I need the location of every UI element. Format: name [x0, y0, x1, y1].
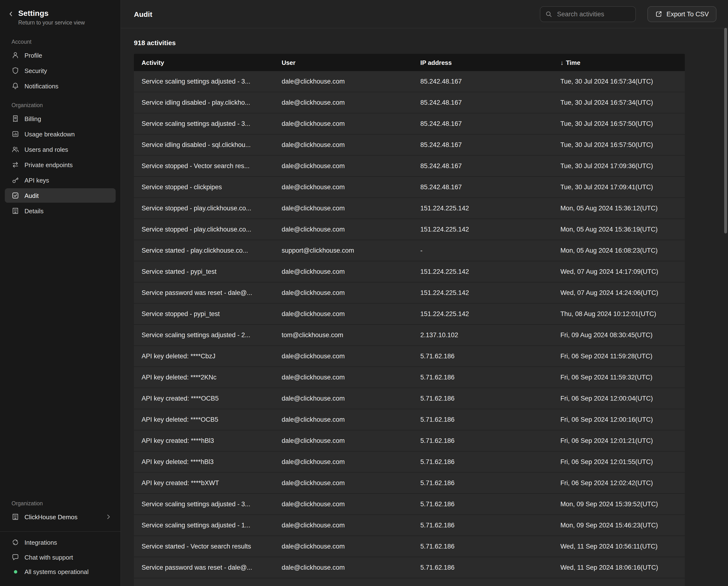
cell-activity: API key created: ****bXWT — [134, 479, 274, 487]
sidebar-header: Settings Return to your service view — [0, 0, 121, 30]
table-row[interactable]: Service stopped - pypi_test dale@clickho… — [134, 303, 685, 325]
table-row[interactable]: Service started - Vector search results … — [134, 536, 685, 557]
table-row[interactable]: API key deleted: ****CbzJ dale@clickhous… — [134, 346, 685, 367]
cell-time: Thu, 08 Aug 2024 10:12:01(UTC) — [553, 310, 685, 317]
sidebar-item-chat-support[interactable]: Chat with support — [5, 550, 116, 564]
table-row[interactable]: Service idling disabled - sql.clickhou..… — [134, 135, 685, 156]
cell-time: Tue, 30 Jul 2024 16:57:50(UTC) — [553, 141, 685, 148]
cell-activity: API key deleted: ****hBl3 — [134, 458, 274, 465]
cell-user: dale@clickhouse.com — [274, 141, 413, 148]
page-title: Audit — [134, 10, 152, 18]
table-row[interactable]: Service scaling settings adjusted - 1...… — [134, 515, 685, 536]
export-csv-button[interactable]: Export To CSV — [647, 6, 717, 22]
cell-user: dale@clickhouse.com — [274, 374, 413, 381]
table-row[interactable]: Service stopped - play.clickhouse.co... … — [134, 198, 685, 219]
cell-user: dale@clickhouse.com — [274, 416, 413, 423]
sidebar-item-label: Private endpoints — [24, 161, 73, 168]
sidebar-item-usage-breakdown[interactable]: Usage breakdown — [5, 127, 116, 141]
table-row[interactable]: Service stopped - clickpipes dale@clickh… — [134, 177, 685, 198]
section-label-organization-footer: Organization — [0, 492, 121, 509]
organization-switcher[interactable]: ClickHouse Demos — [5, 510, 116, 524]
table-row[interactable]: Service scaling settings adjusted - 2...… — [134, 325, 685, 346]
table-row[interactable]: Service started - pypi_test dale@clickho… — [134, 261, 685, 283]
cell-ip-address: 5.71.62.186 — [413, 374, 553, 381]
sidebar-item-details[interactable]: Details — [5, 204, 116, 218]
column-header-ip[interactable]: IP address — [413, 59, 553, 66]
settings-title: Settings — [18, 9, 85, 18]
chevron-right-icon — [105, 513, 112, 520]
scrollbar-thumb[interactable] — [724, 28, 727, 234]
table-row[interactable]: Service scaling settings adjusted - 3...… — [134, 494, 685, 515]
table-row[interactable]: Service started - play.clickhouse.co... … — [134, 240, 685, 261]
cell-user: dale@clickhouse.com — [274, 226, 413, 233]
sidebar-item-security[interactable]: Security — [5, 64, 116, 78]
system-status[interactable]: All systems operational — [5, 565, 116, 579]
cell-user: tom@clickhouse.com — [274, 332, 413, 339]
table-row[interactable]: Service idling disabled - play.clickho..… — [134, 92, 685, 113]
sidebar-item-profile[interactable]: Profile — [5, 48, 116, 63]
sidebar-item-api-keys[interactable]: API keys — [5, 173, 116, 187]
cell-activity: Service stopped - play.clickhouse.co... — [134, 226, 274, 233]
table-row[interactable]: API key created: ****hBl3 dale@clickhous… — [134, 430, 685, 451]
section-label-organization: Organization — [0, 94, 121, 111]
sidebar-item-label: Security — [24, 67, 47, 74]
sidebar-item-billing[interactable]: Billing — [5, 112, 116, 126]
sidebar-item-private-endpoints[interactable]: Private endpoints — [5, 157, 116, 172]
column-label: Time — [566, 59, 580, 66]
search-box[interactable] — [540, 6, 635, 22]
column-header-user[interactable]: User — [274, 59, 413, 66]
cell-user: dale@clickhouse.com — [274, 352, 413, 360]
table-row[interactable]: Service stopped - observability-demo dal… — [134, 578, 685, 586]
table-row[interactable]: Service password was reset - dale@... da… — [134, 283, 685, 303]
table-row[interactable]: Service stopped - play.clickhouse.co... … — [134, 219, 685, 240]
return-to-service-link[interactable]: Return to your service view — [18, 20, 85, 25]
cell-ip-address: 5.71.62.186 — [413, 543, 553, 550]
cell-ip-address: 5.71.62.186 — [413, 395, 553, 402]
cell-time: Tue, 30 Jul 2024 17:09:41(UTC) — [553, 184, 685, 191]
main-panel: Audit Export To CSV 918 activities — [121, 0, 728, 586]
status-dot — [14, 570, 17, 573]
sidebar-item-label: Audit — [24, 192, 38, 199]
cell-activity: Service stopped - play.clickhouse.co... — [134, 204, 274, 212]
cell-time: Wed, 07 Aug 2024 14:24:06(UTC) — [553, 289, 685, 296]
cell-time: Thu, 12 Sep 2024 08:42:44(UTC) — [553, 585, 685, 586]
cell-user: dale@clickhouse.com — [274, 99, 413, 106]
export-icon — [655, 10, 662, 18]
table-row[interactable]: Service scaling settings adjusted - 3...… — [134, 71, 685, 92]
cell-ip-address: 151.224.225.142 — [413, 226, 553, 233]
cell-user: dale@clickhouse.com — [274, 479, 413, 487]
cell-ip-address: 5.71.62.186 — [413, 564, 553, 571]
sidebar-divider — [0, 531, 121, 532]
sidebar-item-label: Usage breakdown — [24, 130, 75, 138]
sidebar-item-notifications[interactable]: Notifications — [5, 79, 116, 93]
receipt-icon — [11, 115, 19, 122]
table-row[interactable]: Service password was reset - dale@... da… — [134, 557, 685, 578]
table-row[interactable]: Service scaling settings adjusted - 3...… — [134, 113, 685, 135]
cell-time: Wed, 07 Aug 2024 14:17:09(UTC) — [553, 268, 685, 275]
sidebar-item-audit[interactable]: Audit — [5, 188, 116, 203]
table-row[interactable]: API key created: ****OCB5 dale@clickhous… — [134, 388, 685, 409]
cell-activity: Service scaling settings adjusted - 3... — [134, 500, 274, 508]
cell-ip-address: 5.71.62.186 — [413, 416, 553, 423]
sidebar-item-integrations[interactable]: Integrations — [5, 535, 116, 550]
cell-ip-address: 151.224.225.142 — [413, 289, 553, 296]
main-header: Audit Export To CSV — [121, 0, 728, 28]
sidebar-title-block: Settings Return to your service view — [18, 9, 85, 25]
cell-ip-address: 85.242.48.167 — [413, 141, 553, 148]
table-row[interactable]: Service stopped - Vector search res... d… — [134, 156, 685, 177]
table-row[interactable]: API key created: ****bXWT dale@clickhous… — [134, 473, 685, 494]
sidebar-item-label: Chat with support — [24, 554, 73, 561]
cell-user: dale@clickhouse.com — [274, 120, 413, 127]
column-header-activity[interactable]: Activity — [134, 59, 274, 66]
back-chevron-icon[interactable] — [8, 10, 15, 17]
export-button-label: Export To CSV — [666, 10, 709, 18]
cell-user: dale@clickhouse.com — [274, 458, 413, 465]
cell-ip-address: 5.71.62.186 — [413, 352, 553, 360]
table-row[interactable]: API key deleted: ****2KNc dale@clickhous… — [134, 367, 685, 388]
search-input[interactable] — [556, 10, 630, 18]
column-header-time[interactable]: ↓ Time — [553, 59, 685, 66]
sidebar-item-users-and-roles[interactable]: Users and roles — [5, 142, 116, 156]
table-row[interactable]: API key deleted: ****hBl3 dale@clickhous… — [134, 451, 685, 473]
cell-user: dale@clickhouse.com — [274, 585, 413, 586]
table-row[interactable]: API key deleted: ****OCB5 dale@clickhous… — [134, 409, 685, 430]
